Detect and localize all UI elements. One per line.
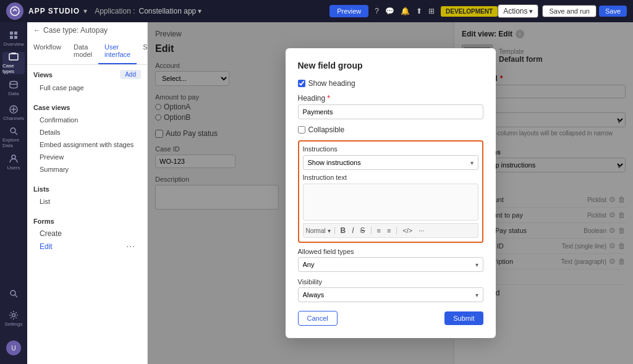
cancel-button[interactable]: Cancel [298,311,338,326]
instruction-text-label: Instruction text [303,174,478,181]
main-layout: Overview Case types Data Channels Explor… [0,22,633,364]
toolbar-code-btn[interactable]: </> [401,226,414,235]
actions-button[interactable]: Actions ▾ [498,4,538,18]
toolbar-strikethrough-btn[interactable]: S [359,226,367,235]
share-icon[interactable]: ⬆ [416,7,422,15]
show-heading-checkbox[interactable] [298,80,305,87]
svg-rect-3 [10,36,13,39]
nav-item-embed[interactable]: Embed assignment with stages [33,138,141,151]
visibility-select-wrapper: Always [298,287,483,302]
toolbar-normal-btn[interactable]: Normal ▾ [306,227,331,234]
svg-rect-2 [14,32,17,35]
svg-point-8 [11,128,15,133]
nav-panel: ← Case type: Autopay Workflow Data model… [27,22,148,364]
instruction-text-editor[interactable] [303,184,478,221]
toolbar-more-btn[interactable]: ··· [417,226,426,235]
grid-icon[interactable]: ⊞ [428,7,435,15]
sidebar-item-case-types[interactable]: Case types [2,52,25,74]
save-button[interactable]: Save [599,6,627,17]
dropdown-arrow[interactable]: ▾ [83,7,87,15]
modal-overlay: New field group Show heading Heading * C… [148,22,633,364]
edit-menu-icon[interactable]: ⋯ [126,242,135,252]
nav-item-full-case-page[interactable]: Full case page [33,82,141,94]
app-studio-title: APP STUDIO [28,7,80,15]
nav-item-edit[interactable]: Edit ⋯ [33,240,141,253]
svg-point-0 [11,7,19,15]
tab-workflow[interactable]: Workflow [27,38,67,64]
svg-point-6 [10,81,17,84]
instructions-dropdown[interactable]: Show instructions [303,155,478,170]
save-run-button[interactable]: Save and run [542,5,596,17]
case-views-section: Case views Confirmation Details Embed as… [27,99,147,180]
chat-icon[interactable]: 💬 [385,7,394,15]
help-icon[interactable]: ? [375,7,379,15]
toolbar-ul-btn[interactable]: ≡ [375,226,383,235]
preview-button[interactable]: Preview [329,5,368,17]
allowed-types-select-wrapper: Any [298,257,483,272]
nav-tabs: Workflow Data model User interface Setti… [27,38,147,65]
show-heading-row: Show heading [298,79,483,88]
tab-settings[interactable]: Settings [137,38,148,64]
sidebar-item-data[interactable]: Data [2,77,25,99]
nav-item-create[interactable]: Create [33,227,141,240]
visibility-label: Visibility [298,278,483,286]
svg-rect-5 [9,54,18,60]
toolbar-bold-btn[interactable]: B [339,226,348,235]
collapsible-label: Collapsible [308,125,345,134]
logo [6,2,23,20]
submit-button[interactable]: Submit [444,311,483,325]
heading-row: Heading * [298,94,483,119]
tab-data-model[interactable]: Data model [67,38,98,64]
views-section: Views Add Full case page [27,65,147,99]
forms-section: Forms Create Edit ⋯ [27,213,147,258]
top-icons: ? 💬 🔔 ⬆ ⊞ [375,7,435,15]
svg-line-9 [15,132,17,135]
nav-item-preview[interactable]: Preview [33,151,141,163]
nav-item-list[interactable]: List [33,195,141,208]
views-title: Views [33,71,53,78]
instructions-box: Instructions Show instructions Instructi… [298,140,483,243]
bell-icon[interactable]: 🔔 [401,7,410,15]
show-heading-label: Show heading [308,79,355,88]
sidebar-item-overview[interactable]: Overview [2,27,25,49]
sidebar-item-explore-data[interactable]: Explore Data [2,126,25,148]
sidebar-item-avatar[interactable]: U [2,337,25,359]
allowed-field-types-select[interactable]: Any [298,257,483,272]
lists-title: Lists [33,185,141,193]
toolbar-sep-3 [396,227,397,234]
svg-point-10 [12,155,15,159]
sidebar-item-settings[interactable]: Settings [2,307,25,329]
toolbar-sep-1 [334,227,335,234]
toolbar-ol-btn[interactable]: ≡ [385,226,393,235]
forms-title: Forms [33,218,141,225]
lists-section: Lists List [27,180,147,213]
add-view-button[interactable]: Add [120,70,141,79]
heading-input[interactable] [298,104,483,119]
app-label-text: Application : [95,7,135,15]
back-nav[interactable]: ← Case type: Autopay [27,22,147,38]
dev-badge: DEVELOPMENT [441,6,498,17]
app-dropdown[interactable]: ▾ [198,7,202,15]
instructions-label: Instructions [303,145,478,153]
allowed-field-types-row: Allowed field types Any [298,248,483,272]
visibility-select[interactable]: Always [298,287,483,302]
sidebar-item-users[interactable]: Users [2,151,25,173]
nav-item-summary[interactable]: Summary [33,163,141,176]
left-sidebar: Overview Case types Data Channels Explor… [0,22,27,364]
modal-title: New field group [298,61,483,70]
case-type-label: Case type: Autopay [43,26,108,35]
heading-required-star: * [327,94,330,103]
sidebar-item-channels[interactable]: Channels [2,101,25,124]
visibility-row: Visibility Always [298,278,483,302]
collapsible-checkbox[interactable] [298,126,305,133]
svg-rect-4 [14,36,17,39]
sidebar-item-search[interactable] [2,282,25,305]
nav-item-details[interactable]: Details [33,126,141,138]
svg-rect-1 [10,32,13,35]
svg-line-12 [15,295,17,297]
top-bar: APP STUDIO ▾ Application : Constellation… [0,0,633,22]
nav-item-confirmation[interactable]: Confirmation [33,114,141,126]
editor-toolbar: Normal ▾ B I S ≡ ≡ </> ··· [303,223,478,238]
tab-user-interface[interactable]: User interface [98,38,137,64]
toolbar-italic-btn[interactable]: I [350,226,355,235]
